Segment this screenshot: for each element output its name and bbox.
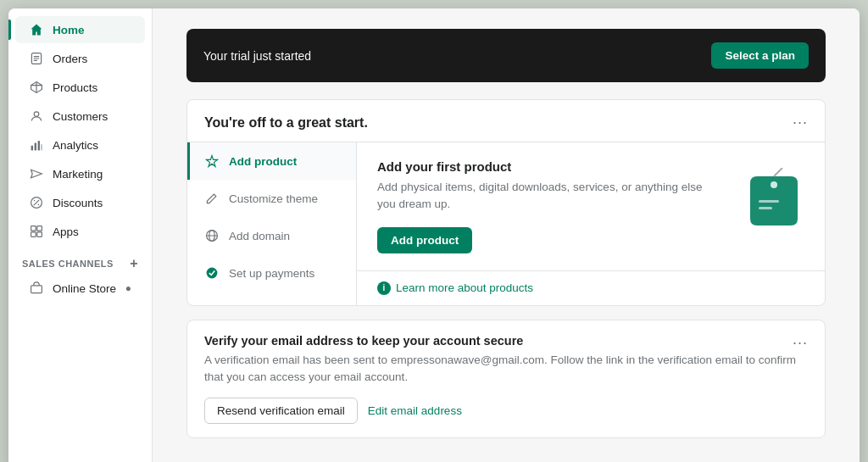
step-label-add-domain: Add domain [229, 230, 290, 242]
marketing-icon [29, 166, 44, 181]
sidebar-label-discounts: Discounts [53, 197, 103, 209]
trial-text: Your trial just started [203, 49, 311, 63]
svg-rect-21 [31, 286, 42, 293]
sidebar-item-customers[interactable]: Customers [15, 103, 145, 130]
card-title: You're off to a great start. [204, 115, 368, 131]
price-tag-svg [740, 168, 808, 244]
svg-rect-11 [42, 144, 42, 150]
getting-started-body: Add product Customize theme [187, 142, 825, 305]
resend-verification-button[interactable]: Resend verification email [204, 398, 358, 424]
apps-icon [29, 224, 44, 239]
add-product-button[interactable]: Add product [377, 227, 472, 253]
svg-marker-12 [31, 170, 42, 178]
online-store-label: Online Store [53, 282, 116, 295]
select-plan-button[interactable]: Select a plan [711, 42, 809, 69]
sidebar-label-home: Home [53, 24, 85, 36]
svg-rect-9 [35, 143, 36, 151]
svg-rect-10 [38, 141, 40, 150]
discounts-icon [29, 195, 44, 210]
product-illustration [723, 142, 825, 270]
sidebar-label-analytics: Analytics [53, 139, 98, 152]
trial-banner: Your trial just started Select a plan [186, 29, 826, 82]
svg-point-25 [207, 268, 218, 279]
sidebar-item-analytics[interactable]: Analytics [15, 131, 145, 159]
verify-email-title: Verify your email address to keep your a… [204, 334, 523, 348]
add-channel-button[interactable]: + [130, 256, 138, 271]
svg-point-26 [771, 181, 777, 188]
sidebar-item-products[interactable]: Products [15, 74, 145, 101]
steps-list: Add product Customize theme [187, 142, 357, 305]
step-label-add-product: Add product [229, 155, 297, 168]
step-item-set-up-payments[interactable]: Set up payments [187, 254, 356, 292]
sidebar-item-online-store[interactable]: Online Store ● [15, 276, 145, 301]
svg-point-15 [34, 200, 36, 202]
step-label-customize-theme: Customize theme [229, 192, 318, 205]
step-item-add-product[interactable]: Add product [187, 142, 356, 180]
online-store-icon [29, 281, 44, 296]
customers-icon [29, 109, 44, 124]
card-menu-button[interactable]: ··· [793, 114, 808, 131]
home-icon [29, 22, 44, 37]
online-store-settings-icon[interactable]: ● [125, 282, 131, 294]
sidebar-item-orders[interactable]: Orders [15, 45, 145, 72]
sidebar: Home Orders Products [8, 8, 153, 462]
edit-email-link[interactable]: Edit email address [368, 404, 462, 417]
verify-email-card: Verify your email address to keep your a… [186, 320, 826, 439]
step-content-desc: Add physical items, digital downloads, s… [377, 179, 703, 214]
add-product-step-icon [203, 153, 220, 170]
card-header: You're off to a great start. ··· [187, 100, 825, 142]
svg-rect-18 [37, 226, 42, 231]
sidebar-label-apps: Apps [53, 225, 79, 238]
products-icon [29, 80, 44, 95]
step-content-title: Add your first product [377, 159, 703, 174]
sidebar-label-orders: Orders [53, 53, 87, 65]
svg-rect-20 [37, 232, 42, 237]
sidebar-item-apps[interactable]: Apps [15, 218, 145, 245]
svg-point-7 [34, 112, 39, 117]
step-item-add-domain[interactable]: Add domain [187, 217, 356, 254]
orders-icon [29, 51, 44, 66]
learn-more-text: Learn more about products [396, 281, 533, 294]
add-domain-step-icon [203, 227, 220, 244]
svg-rect-8 [31, 146, 33, 151]
customize-theme-step-icon [203, 190, 220, 207]
step-content: Add your first product Add physical item… [357, 142, 723, 270]
svg-line-27 [774, 168, 782, 176]
verify-card-menu-button[interactable]: ··· [793, 334, 808, 352]
verify-desc: A verification email has been sent to em… [204, 352, 808, 387]
sidebar-item-home[interactable]: Home [15, 16, 145, 43]
sidebar-item-marketing[interactable]: Marketing [15, 160, 145, 187]
info-icon: i [377, 281, 391, 295]
svg-point-16 [38, 204, 40, 206]
analytics-icon [29, 137, 44, 153]
svg-rect-17 [31, 226, 36, 231]
svg-rect-28 [759, 200, 779, 203]
step-content-area: Add your first product Add physical item… [357, 142, 825, 305]
step-label-set-up-payments: Set up payments [229, 267, 314, 280]
step-item-customize-theme[interactable]: Customize theme [187, 180, 356, 217]
sidebar-label-products: Products [53, 81, 97, 94]
sidebar-item-discounts[interactable]: Discounts [15, 189, 145, 216]
verify-card-body: A verification email has been sent to em… [187, 352, 825, 438]
getting-started-card: You're off to a great start. ··· Add pro… [186, 99, 826, 306]
sidebar-label-marketing: Marketing [53, 168, 103, 181]
main-content: Your trial just started Select a plan Yo… [153, 8, 860, 462]
svg-rect-19 [31, 232, 36, 237]
set-up-payments-step-icon [203, 264, 220, 281]
verify-actions: Resend verification email Edit email add… [204, 398, 808, 424]
sidebar-label-customers: Customers [53, 110, 108, 123]
learn-more-link[interactable]: i Learn more about products [357, 270, 825, 305]
sales-channels-section: SALES CHANNELS + [8, 246, 152, 275]
svg-rect-29 [759, 207, 772, 209]
